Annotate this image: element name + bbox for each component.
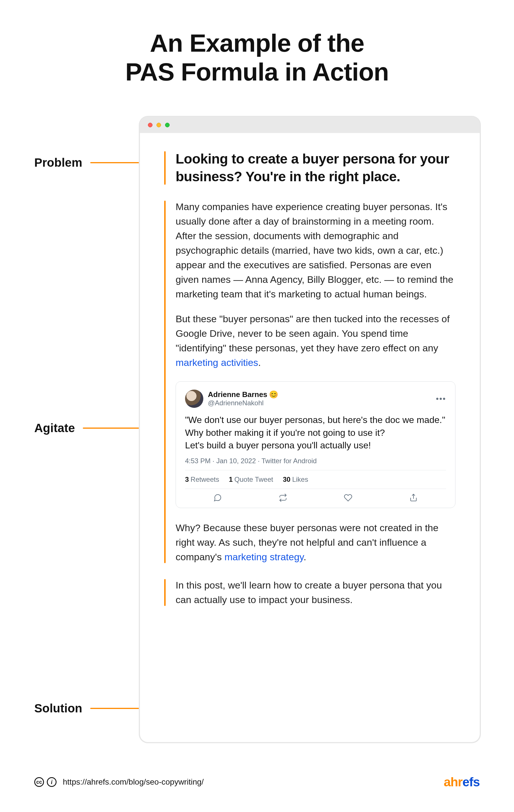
tweet-timestamp[interactable]: 4:53 PM · Jan 10, 2022 · Twitter for And… [185,457,446,465]
window-close-icon[interactable] [148,123,152,127]
emoji-icon: 😊 [269,390,278,399]
source-url[interactable]: https://ahrefs.com/blog/seo-copywriting/ [63,778,204,787]
agitate-paragraph-2: But these "buyer personas" are then tuck… [176,312,455,370]
tweet-likes[interactable]: 30Likes [283,475,308,484]
window-maximize-icon[interactable] [165,123,170,127]
share-icon[interactable] [409,493,418,502]
tweet-stats: 3Retweets 1Quote Tweet 30Likes [185,470,446,489]
cc-license-icon: cc [34,777,44,787]
window-titlebar [140,117,480,133]
agitate-paragraph-1: Many companies have experience creating … [176,200,455,301]
solution-paragraph: In this post, we'll learn how to create … [176,578,455,607]
tweet-author-name[interactable]: Adrienne Barnes😊 [208,390,436,399]
like-icon[interactable] [344,493,352,502]
brand-logo: ahrefs [444,775,480,789]
link-marketing-strategy[interactable]: marketing strategy [224,551,304,562]
browser-window: Looking to create a buyer persona for yo… [140,117,480,742]
embedded-tweet[interactable]: Adrienne Barnes😊 @AdrienneNakohl ••• "We… [176,381,455,508]
tweet-quote-tweets[interactable]: 1Quote Tweet [229,475,273,484]
agitate-paragraph-3: Why? Because these buyer personas were n… [176,521,455,564]
reply-icon[interactable] [213,493,222,502]
tweet-more-icon[interactable]: ••• [436,394,446,403]
retweet-icon[interactable] [279,493,287,502]
page-title: An Example of the PAS Formula in Action [0,29,514,86]
link-marketing-activities[interactable]: marketing activities [176,357,258,368]
section-solution: In this post, we'll learn how to create … [164,578,455,607]
tweet-author-handle[interactable]: @AdrienneNakohl [208,399,436,407]
window-minimize-icon[interactable] [156,123,161,127]
footer: cc i https://ahrefs.com/blog/seo-copywri… [34,775,480,789]
tweet-body: "We don't use our buyer personas, but he… [185,413,446,452]
section-problem: Looking to create a buyer persona for yo… [164,150,455,186]
avatar[interactable] [185,389,203,408]
cc-by-icon: i [47,777,57,787]
problem-headline: Looking to create a buyer persona for yo… [176,150,455,186]
section-agitate: Many companies have experience creating … [164,200,455,564]
tweet-retweets[interactable]: 3Retweets [185,475,219,484]
